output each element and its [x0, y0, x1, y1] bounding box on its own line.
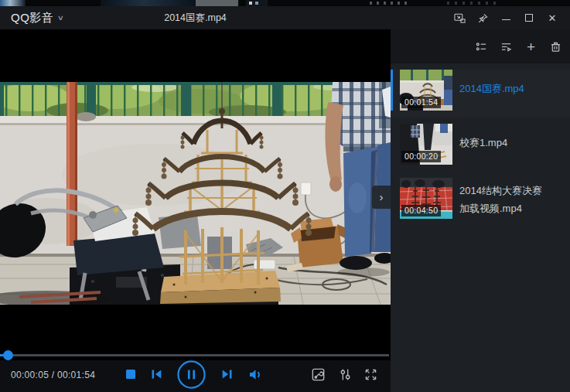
toolbox-button[interactable] [311, 367, 326, 382]
qq-player-window: QQ影音 ∨ 2014国赛.mp4 [0, 0, 570, 392]
stop-button[interactable] [125, 368, 137, 380]
background-window-fragments [0, 0, 570, 6]
volume-icon [248, 368, 262, 381]
window-title: 2014国赛.mp4 [0, 6, 391, 29]
playlist-list-icon [476, 41, 487, 53]
next-track-icon [220, 368, 234, 380]
add-to-playlist-button[interactable]: + [525, 41, 537, 53]
playlist-item[interactable]: 00:00:20 校赛1.mp4 [391, 124, 570, 172]
background-fragment [370, 2, 410, 5]
stop-icon [125, 369, 136, 380]
minimize-button[interactable] [494, 6, 517, 29]
playlist-item-title[interactable]: 校赛1.mp4 [459, 136, 565, 150]
playlist-mode-button[interactable] [476, 41, 487, 53]
volume-button[interactable] [247, 367, 262, 381]
next-button[interactable] [220, 367, 234, 381]
toolbox-icon [311, 367, 326, 382]
playlist-panel: + [391, 29, 570, 392]
seek-handle[interactable] [3, 350, 13, 360]
fullscreen-button[interactable] [364, 367, 378, 382]
video-frame-image [0, 82, 391, 305]
pin-on-top-button[interactable] [471, 6, 494, 29]
settings-sliders-icon [338, 367, 353, 382]
video-display[interactable]: › [0, 29, 391, 357]
settings-button[interactable] [338, 367, 353, 382]
playlist-item-title[interactable]: 2014国赛.mp4 [459, 82, 565, 96]
plus-icon: + [527, 41, 535, 53]
close-button[interactable]: ✕ [541, 6, 564, 29]
duration-badge: 00:01:54 [401, 97, 441, 108]
player-pane: › 00:00:05 / 00:01:54 [0, 29, 391, 392]
playlist-item-title-line2[interactable]: 加载视频.mp4 [459, 202, 565, 216]
background-fragment [0, 0, 26, 6]
pause-button[interactable] [176, 360, 206, 390]
playback-controls-bar: 00:00:05 / 00:01:54 [0, 360, 391, 392]
pin-icon [477, 12, 489, 24]
previous-track-icon [150, 368, 163, 380]
play-order-button[interactable] [500, 41, 512, 53]
trash-icon [550, 41, 561, 53]
playlist-item[interactable]: 00:01:54 2014国赛.mp4 [391, 70, 570, 118]
seek-track[interactable] [0, 354, 389, 356]
minimize-icon [502, 19, 510, 20]
window-controls: ✕ [448, 6, 564, 29]
maximize-button[interactable] [517, 6, 541, 29]
collapse-playlist-button[interactable]: › [372, 186, 391, 209]
close-icon: ✕ [548, 12, 557, 24]
maximize-icon [525, 14, 533, 22]
background-fragment [447, 2, 501, 5]
background-fragment [249, 2, 252, 5]
playlist-item-title[interactable]: 2014结构大赛决赛 [459, 184, 565, 198]
duration-badge: 00:00:20 [401, 151, 441, 162]
mini-mode-icon [453, 12, 466, 24]
chevron-right-icon: › [380, 190, 384, 203]
play-order-icon [500, 41, 512, 53]
background-fragment [196, 0, 238, 6]
duration-badge: 00:04:50 [401, 205, 441, 216]
time-display: 00:00:05 / 00:01:54 [11, 370, 95, 380]
background-fragment [101, 0, 197, 6]
pause-icon [176, 360, 206, 390]
playlist-item[interactable]: 00:04:50 2014结构大赛决赛 加载视频.mp4 [391, 178, 570, 226]
playlist-toolbar: + [391, 29, 570, 63]
previous-button[interactable] [149, 367, 163, 381]
titlebar: QQ影音 ∨ 2014国赛.mp4 [0, 6, 570, 29]
mini-mode-button[interactable] [448, 6, 471, 29]
background-fragment [255, 2, 258, 5]
fullscreen-icon [364, 367, 378, 382]
selected-item-indicator [391, 70, 393, 111]
delete-from-playlist-button[interactable] [550, 41, 561, 53]
